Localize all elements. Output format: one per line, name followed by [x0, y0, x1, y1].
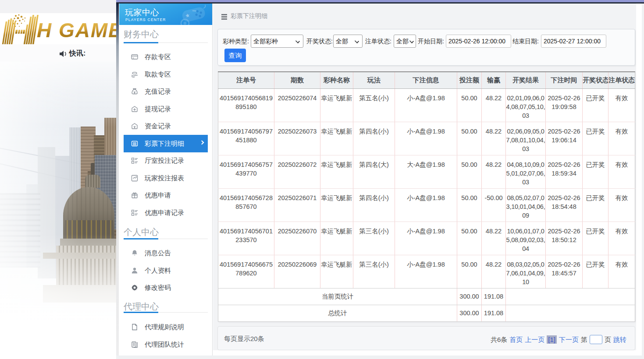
svg-text:H GAME: H GAME: [37, 19, 116, 42]
